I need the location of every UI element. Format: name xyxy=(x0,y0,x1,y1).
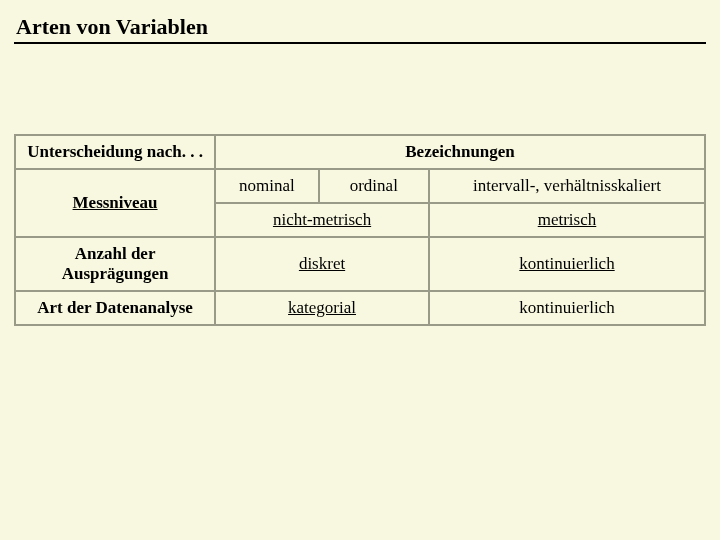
anzahl-diskret: diskret xyxy=(215,237,429,291)
anzahl-kontinuierlich: kontinuierlich xyxy=(429,237,705,291)
anzahl-label-cell: Anzahl der Ausprägungen xyxy=(15,237,215,291)
messniveau-label: Messniveau xyxy=(73,193,158,212)
header-left-text: Unterscheidung nach. . . xyxy=(27,142,203,161)
header-right-text: Bezeichnungen xyxy=(405,142,515,161)
anzahl-label: Anzahl der Ausprägungen xyxy=(62,244,169,283)
messniveau-metrisch-text: metrisch xyxy=(538,210,597,229)
messniveau-row-1: Messniveau nominal ordinal intervall-, v… xyxy=(15,169,705,203)
anzahl-kontinuierlich-text: kontinuierlich xyxy=(519,254,614,273)
table-header-row: Unterscheidung nach. . . Bezeichnungen xyxy=(15,135,705,169)
messniveau-nichtmetrisch: nicht-metrisch xyxy=(215,203,429,237)
messniveau-metrisch: metrisch xyxy=(429,203,705,237)
messniveau-nichtmetrisch-text: nicht-metrisch xyxy=(273,210,371,229)
art-kategorial: kategorial xyxy=(215,291,429,325)
anzahl-row: Anzahl der Ausprägungen diskret kontinui… xyxy=(15,237,705,291)
header-right: Bezeichnungen xyxy=(215,135,705,169)
page-title: Arten von Variablen xyxy=(16,14,706,40)
slide-page: Arten von Variablen Unterscheidung nach.… xyxy=(0,0,720,326)
messniveau-label-cell: Messniveau xyxy=(15,169,215,237)
art-label-cell: Art der Datenanalyse xyxy=(15,291,215,325)
variable-types-table: Unterscheidung nach. . . Bezeichnungen M… xyxy=(14,134,706,326)
messniveau-nominal: nominal xyxy=(215,169,319,203)
art-kontinuierlich: kontinuierlich xyxy=(429,291,705,325)
art-row: Art der Datenanalyse kategorial kontinui… xyxy=(15,291,705,325)
messniveau-intervall: intervall-, verhältnisskaliert xyxy=(429,169,705,203)
header-left: Unterscheidung nach. . . xyxy=(15,135,215,169)
title-underline xyxy=(14,42,706,44)
art-label: Art der Datenanalyse xyxy=(37,298,193,317)
anzahl-diskret-text: diskret xyxy=(299,254,345,273)
art-kategorial-text: kategorial xyxy=(288,298,356,317)
messniveau-ordinal: ordinal xyxy=(319,169,429,203)
